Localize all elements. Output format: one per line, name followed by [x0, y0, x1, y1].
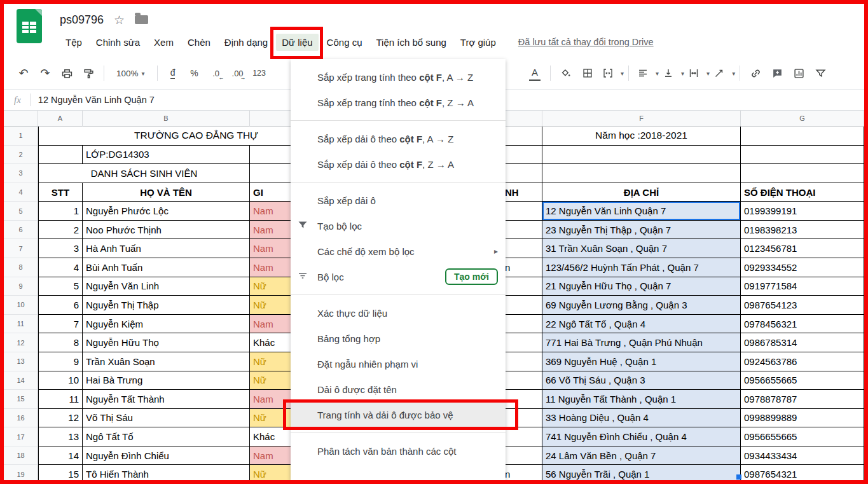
cell-col-e[interactable]: [504, 315, 542, 334]
cell-name[interactable]: Trần Xuân Soạn: [83, 352, 250, 371]
caret-down-icon[interactable]: ▾: [732, 70, 735, 77]
menu-item-sắp-xếp-trang-tính-theo-cột-f-z-a[interactable]: Sắp xếp trang tính theo cột F, Z → A: [291, 90, 506, 115]
cell[interactable]: [542, 146, 741, 165]
cell-name[interactable]: Hà Anh Tuấn: [83, 239, 250, 258]
cell-stt[interactable]: 5: [38, 277, 83, 296]
create-new-filter-button[interactable]: Tạo mới: [445, 268, 498, 285]
doc-title[interactable]: ps09796: [60, 13, 104, 27]
insert-link-button[interactable]: [747, 64, 764, 82]
row-number[interactable]: 14: [4, 371, 38, 391]
menu-item-bảng-tổng-hợp[interactable]: Bảng tổng hợp: [291, 326, 506, 351]
cell-stt[interactable]: 8: [38, 333, 83, 352]
cell-name[interactable]: Noo Phước Thịnh: [83, 221, 250, 240]
header-col-e[interactable]: NH: [504, 183, 542, 202]
cell-address[interactable]: 23 Nguyễn Thị Thập , Quận 7: [542, 221, 741, 240]
cell-name[interactable]: Nguyễn Kiệm: [83, 315, 250, 334]
cell-stt[interactable]: 13: [38, 427, 83, 446]
cell-phone[interactable]: 0986785314: [741, 333, 864, 352]
row-number[interactable]: 17: [4, 427, 38, 446]
redo-button[interactable]: ↷: [36, 64, 54, 82]
cell-col-e[interactable]: [504, 277, 542, 296]
header-phone[interactable]: SỐ ĐIỆN THOẠI: [741, 183, 864, 202]
caret-down-icon[interactable]: ▾: [656, 70, 659, 77]
corner-box[interactable]: [4, 110, 38, 127]
insert-comment-button[interactable]: [768, 64, 786, 82]
print-button[interactable]: [58, 64, 76, 82]
cell[interactable]: [504, 146, 542, 165]
row-number[interactable]: 8: [4, 258, 38, 277]
cell-address[interactable]: 33 Hoàng Diệu , Quận 4: [542, 409, 741, 428]
cell-phone[interactable]: 0987654123: [741, 296, 864, 315]
row-number[interactable]: 13: [4, 352, 38, 371]
cell-stt[interactable]: 11: [38, 390, 83, 409]
header-name[interactable]: HỌ VÀ TÊN: [83, 183, 250, 202]
cell-name[interactable]: Nguyễn Đình Chiểu: [83, 446, 250, 466]
row-number[interactable]: 9: [4, 277, 38, 296]
cell-name[interactable]: Hai Bà Trưng: [83, 371, 250, 391]
cell-address[interactable]: 66 Võ Thị Sáu , Quận 3: [542, 371, 741, 391]
fill-handle[interactable]: [736, 474, 741, 480]
cell-name[interactable]: Ngô Tất Tố: [83, 427, 250, 446]
cell-name[interactable]: Nguyễn Hữu Thọ: [83, 333, 250, 352]
cell-col-e[interactable]: [504, 296, 542, 315]
insert-chart-button[interactable]: [790, 64, 808, 82]
cell-class-label[interactable]: LỚP:DG14303: [83, 146, 250, 165]
cell[interactable]: [741, 146, 864, 165]
cell-phone[interactable]: 0123456781: [741, 239, 864, 258]
format-currency-button[interactable]: đ: [164, 64, 182, 82]
cell-stt[interactable]: 3: [38, 239, 83, 258]
cell-col-e[interactable]: [504, 427, 542, 446]
cell-phone[interactable]: 0956655665: [741, 371, 864, 391]
row-number[interactable]: 19: [4, 465, 38, 484]
cell-col-e[interactable]: n: [504, 465, 542, 484]
cell-address[interactable]: 56 Nguyễn Trãi , Quận 1: [542, 465, 741, 484]
cell-name[interactable]: Tô Hiến Thành: [83, 465, 250, 484]
vertical-align-button[interactable]: [661, 64, 676, 82]
menu-item-phân-tách-văn-bản-thành-các-cột[interactable]: Phân tách văn bản thành các cột: [291, 438, 506, 464]
menubar-item-công-cụ[interactable]: Công cụ: [321, 34, 368, 51]
cell-phone[interactable]: 0919771584: [741, 277, 864, 296]
cell-address[interactable]: 21 Nguyễn Hữu Thọ , Quận 7: [542, 277, 741, 296]
saved-status-link[interactable]: Đã lưu tất cả thay đổi trong Drive: [518, 37, 654, 47]
cell-col-e[interactable]: [504, 371, 542, 391]
text-rotation-button[interactable]: [712, 64, 727, 82]
cell-phone[interactable]: 0199399191: [741, 202, 864, 221]
cell-col-e[interactable]: [504, 390, 542, 409]
cell-a2[interactable]: [38, 146, 83, 165]
cell-stt[interactable]: 7: [38, 315, 83, 334]
header-address[interactable]: ĐỊA CHỈ: [542, 183, 741, 202]
cell-stt[interactable]: 10: [38, 371, 83, 391]
row-number[interactable]: 3: [4, 164, 38, 183]
cell-phone[interactable]: 0198398213: [741, 221, 864, 240]
cell-phone[interactable]: 0924563786: [741, 352, 864, 371]
menu-item-sắp-xếp-dải-ô-theo-cột-f-z-a[interactable]: Sắp xếp dải ô theo cột F, Z → A: [291, 151, 506, 177]
cell-col-e[interactable]: [504, 352, 542, 371]
row-number[interactable]: 18: [4, 446, 38, 466]
menubar-item-trợ-giúp[interactable]: Trợ giúp: [455, 34, 502, 51]
cell-address[interactable]: 11 Nguyễn Tất Thành , Quận 1: [542, 390, 741, 409]
row-number[interactable]: 10: [4, 296, 38, 315]
cell-stt[interactable]: 6: [38, 296, 83, 315]
cell-address[interactable]: 69 Nguyễn Lương Bằng , Quận 3: [542, 296, 741, 315]
menubar-item-tiện-ích-bổ-sung[interactable]: Tiện ích bổ sung: [370, 34, 451, 51]
cell-col-e[interactable]: [504, 202, 542, 221]
cell-list-title[interactable]: DANH SÁCH SINH VIÊN: [38, 164, 250, 183]
star-icon[interactable]: ☆: [114, 13, 125, 27]
merge-cells-button[interactable]: [600, 64, 616, 82]
cell-address[interactable]: 22 Ngô Tất Tố , Quận 4: [542, 315, 741, 334]
row-number[interactable]: 12: [4, 333, 38, 352]
col-header-b[interactable]: B: [83, 110, 250, 127]
folder-icon[interactable]: [135, 15, 148, 24]
paint-format-button[interactable]: [79, 64, 97, 82]
cell-address[interactable]: 741 Nguyễn Đình Chiểu , Quận 4: [542, 427, 741, 446]
row-number[interactable]: 5: [4, 202, 38, 221]
text-wrap-button[interactable]: [686, 64, 701, 82]
decrease-decimal-button[interactable]: .0←: [207, 64, 225, 82]
text-color-button[interactable]: A: [526, 64, 544, 82]
cell-col-e[interactable]: n: [504, 258, 542, 277]
cell-phone[interactable]: 0998899889: [741, 409, 864, 428]
caret-down-icon[interactable]: ▾: [621, 70, 624, 77]
cell-col-e[interactable]: [504, 333, 542, 352]
menu-item-các-chế-độ-xem-bộ-lọc[interactable]: Các chế độ xem bộ lọc▸: [291, 239, 506, 264]
cell[interactable]: [542, 164, 741, 183]
